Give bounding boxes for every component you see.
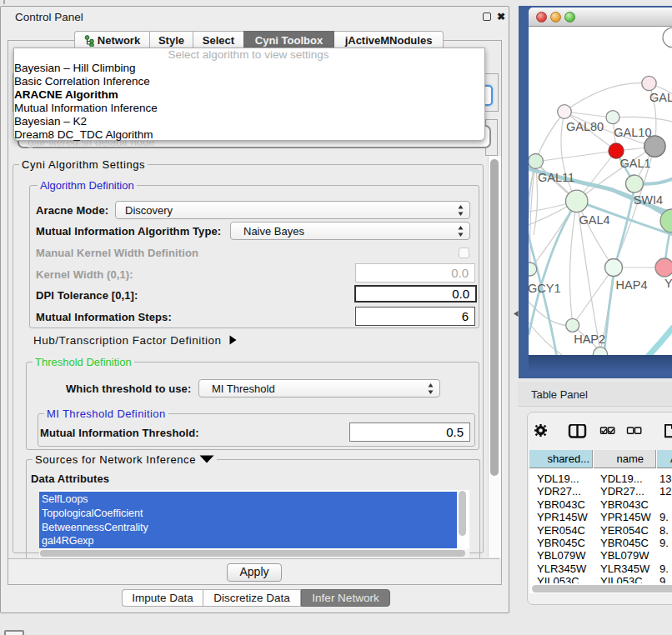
svg-text:GCY1: GCY1 (529, 282, 561, 295)
svg-text:GAL80: GAL80 (566, 120, 604, 133)
svg-text:HAP4: HAP4 (616, 278, 648, 292)
svg-text:GAL10: GAL10 (614, 126, 651, 139)
svg-text:GAL4: GAL4 (579, 213, 610, 227)
svg-text:YJL: YJL (664, 277, 672, 290)
svg-text:HAP2: HAP2 (574, 332, 605, 346)
svg-text:GAL1: GAL1 (620, 157, 651, 170)
svg-text:GAL7: GAL7 (649, 91, 672, 104)
svg-text:SWI4: SWI4 (634, 193, 663, 207)
svg-text:GAL11: GAL11 (538, 171, 574, 184)
